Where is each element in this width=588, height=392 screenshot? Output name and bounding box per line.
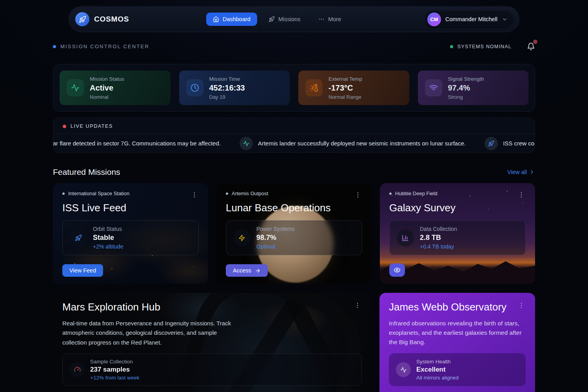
mission-cards-row: International Space Station ISS Live Fee… xyxy=(53,183,535,284)
nav-dashboard[interactable]: Dashboard xyxy=(206,13,257,26)
status-dot xyxy=(53,45,56,48)
mission-stat-panel: Data Collection 2.8 TB +0.4 TB today xyxy=(389,220,526,255)
nav-more[interactable]: More xyxy=(312,13,348,26)
clock-icon xyxy=(186,79,203,96)
ticker-item: Solar flare detected in sector 7G. Commu… xyxy=(53,137,221,150)
stat-sub: All mirrors aligned xyxy=(416,375,459,381)
view-all-link[interactable]: View all xyxy=(507,169,535,175)
ticker-text: ISS crew completes critical EVA xyxy=(503,140,535,147)
section-title: Featured Missions xyxy=(53,167,120,177)
tag-label: Artemis Outpost xyxy=(232,191,268,196)
stat-label: Power Systems xyxy=(256,226,294,232)
stat-sub: Optimal xyxy=(256,243,294,250)
stat-sub: +12% from last week xyxy=(90,375,140,381)
stat-label: System Health xyxy=(416,359,459,365)
main-nav: Dashboard Missions More xyxy=(206,13,348,26)
kebab-menu-icon[interactable] xyxy=(190,191,199,199)
rocket-icon xyxy=(75,12,89,26)
cosmos-dashboard: COSMOS Dashboard Missions More CM Comman… xyxy=(0,0,588,392)
systems-status-label: SYSTEMS NOMINAL xyxy=(457,44,512,49)
kebab-menu-icon[interactable] xyxy=(517,191,526,199)
stat-value: -173°C xyxy=(328,83,362,93)
stat-value: Excellent xyxy=(416,366,459,374)
panel-james-webb[interactable]: James Webb Observatory Infrared observat… xyxy=(379,293,535,392)
access-button[interactable]: Access xyxy=(226,264,268,277)
stat-label: Signal Strength xyxy=(448,76,484,82)
stat-card-signal-strength: Signal Strength 97.4% Strong xyxy=(418,71,529,105)
kebab-menu-icon[interactable] xyxy=(354,191,362,199)
featured-header: Featured Missions View all xyxy=(53,167,535,177)
notifications-button[interactable] xyxy=(527,42,535,51)
mission-card-lunar[interactable]: Artemis Outpost Lunar Base Operations Po… xyxy=(216,183,372,284)
stat-label: Data Collection xyxy=(420,226,457,232)
user-menu[interactable]: CM Commander Mitchell xyxy=(425,11,514,28)
notification-badge xyxy=(533,40,537,44)
panel-description: Real-time data from Perseverance and Ing… xyxy=(62,319,240,347)
stat-card-mission-time: Mission Time 452:16:33 Day 19 xyxy=(179,71,290,105)
user-name: Commander Mitchell xyxy=(445,16,497,22)
stat-label: Mission Time xyxy=(209,76,245,82)
zap-icon xyxy=(233,229,250,247)
kebab-menu-icon[interactable] xyxy=(517,301,526,310)
tag-dot xyxy=(389,192,392,195)
wifi-icon xyxy=(425,79,442,96)
avatar: CM xyxy=(427,13,441,26)
tag-label: International Space Station xyxy=(68,191,129,196)
mission-card-galaxy[interactable]: Hubble Deep Field Galaxy Survey Data Col… xyxy=(380,183,535,284)
activity-icon xyxy=(67,79,84,96)
brand[interactable]: COSMOS xyxy=(75,12,129,26)
panel-description: Infrared observations revealing the birt… xyxy=(389,319,526,347)
view-button[interactable] xyxy=(389,263,405,277)
stat-value: Stable xyxy=(93,234,123,242)
eye-icon xyxy=(394,267,401,274)
systems-status-dot xyxy=(450,45,453,48)
bar-chart-icon xyxy=(397,229,414,247)
stat-sub: Nominal xyxy=(90,94,124,100)
panel-mars-exploration[interactable]: Mars Exploration Hub Real-time data from… xyxy=(53,293,371,392)
nav-label: Missions xyxy=(278,16,300,22)
mission-stat-panel: Power Systems 98.7% Optimal xyxy=(226,220,362,255)
avatar-initials: CM xyxy=(430,16,438,22)
news-ticker: Solar flare detected in sector 7G. Commu… xyxy=(53,134,535,152)
stat-label: Mission Status xyxy=(90,76,124,82)
stat-label: External Temp xyxy=(328,76,362,82)
stat-card-external-temp: External Temp -173°C Normal Range xyxy=(298,71,409,105)
nav-missions[interactable]: Missions xyxy=(262,13,307,26)
panel-title: James Webb Observatory xyxy=(389,301,506,313)
view-all-label: View all xyxy=(507,169,527,175)
stat-card-mission-status: Mission Status Active Nominal xyxy=(60,71,171,105)
tag-dot xyxy=(62,192,65,195)
brand-name: COSMOS xyxy=(94,15,129,24)
status-bar: MISSION CONTROL CENTER SYSTEMS NOMINAL xyxy=(53,42,535,51)
kebab-menu-icon[interactable] xyxy=(353,301,362,310)
rocket-icon xyxy=(485,137,498,150)
home-icon xyxy=(213,16,219,22)
live-updates-card: LIVE UPDATES Solar flare detected in sec… xyxy=(53,118,535,153)
ticker-text: Artemis lander successfully deployed new… xyxy=(258,140,466,147)
rocket-icon xyxy=(269,16,275,22)
stat-sub: +2% altitude xyxy=(93,243,123,250)
stat-sub: Day 19 xyxy=(209,94,245,100)
stat-value: 237 samples xyxy=(90,366,140,374)
ticker-item: Artemis lander successfully deployed new… xyxy=(240,137,466,150)
stat-sub: Normal Range xyxy=(328,94,362,100)
bottom-panels-row: Mars Exploration Hub Real-time data from… xyxy=(53,293,535,392)
panel-stat: System Health Excellent All mirrors alig… xyxy=(389,353,526,386)
mission-title: Lunar Base Operations xyxy=(226,202,362,214)
stat-sub: +0.4 TB today xyxy=(420,243,457,250)
stat-sub: Strong xyxy=(448,94,484,100)
chevron-right-icon xyxy=(529,169,535,175)
live-dot xyxy=(63,125,66,128)
thermometer-icon xyxy=(305,79,323,96)
rocket-icon xyxy=(70,229,87,247)
arrow-right-icon xyxy=(255,268,261,274)
view-feed-button[interactable]: View Feed xyxy=(62,264,103,277)
ticker-text: Solar flare detected in sector 7G. Commu… xyxy=(53,140,221,147)
cta-label: View Feed xyxy=(69,267,96,274)
panel-title: Mars Exploration Hub xyxy=(62,301,160,313)
nav-label: More xyxy=(328,16,341,22)
stat-value: 452:16:33 xyxy=(209,83,245,93)
stat-value: 98.7% xyxy=(256,234,294,242)
mission-card-iss[interactable]: International Space Station ISS Live Fee… xyxy=(53,183,208,284)
stats-panel: Mission Status Active Nominal Mission Ti… xyxy=(53,64,535,112)
